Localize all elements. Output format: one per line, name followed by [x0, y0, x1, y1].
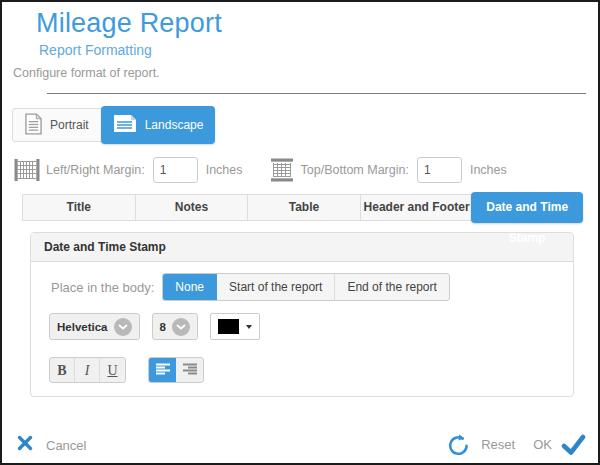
ok-label[interactable]: OK: [533, 437, 552, 452]
portrait-button[interactable]: Portrait: [13, 109, 101, 141]
tab-date-and-time-stamp[interactable]: Date and Time Stamp: [471, 192, 583, 223]
underline-button[interactable]: U: [100, 358, 125, 382]
left-right-margin-label: Left/Right Margin:: [46, 163, 145, 177]
tab-title[interactable]: Title: [23, 195, 136, 220]
font-settings-row: Helvetica 8: [49, 313, 573, 340]
report-formatting-dialog: { "header": { "title": "Mileage Report",…: [0, 0, 600, 465]
margins-row: Left/Right Margin: Inches Top/Bottom Mar…: [14, 155, 507, 185]
section-tabbar: Title Notes Table Header and Footer Date…: [22, 194, 582, 221]
text-style-row: B I U: [49, 357, 573, 383]
reset-label[interactable]: Reset: [481, 437, 515, 452]
cancel-label: Cancel: [46, 438, 86, 453]
tab-notes[interactable]: Notes: [136, 195, 249, 220]
align-left-button[interactable]: [149, 358, 176, 382]
top-bottom-margin-label: Top/Bottom Margin:: [301, 163, 409, 177]
font-color-dropdown[interactable]: [210, 313, 260, 340]
option-start-of-report[interactable]: Start of the report: [217, 274, 335, 300]
page-subtitle: Report Formatting: [39, 42, 152, 58]
orientation-toggle: Portrait Landscape: [12, 108, 215, 142]
font-size-dropdown[interactable]: 8: [152, 313, 198, 340]
font-size-value: 8: [160, 321, 166, 333]
align-right-icon: [182, 361, 198, 379]
top-bottom-margin-icon: [269, 158, 295, 182]
footer-actions: Reset OK: [445, 431, 586, 458]
reset-button[interactable]: [445, 431, 472, 458]
check-icon: [561, 434, 586, 456]
cancel-button[interactable]: Cancel: [17, 435, 86, 455]
portrait-label: Portrait: [50, 118, 89, 132]
place-in-body-options: None Start of the report End of the repo…: [162, 273, 449, 301]
option-end-of-report[interactable]: End of the report: [335, 274, 448, 300]
tab-table[interactable]: Table: [248, 195, 361, 220]
chevron-down-icon: [114, 318, 132, 336]
color-swatch: [218, 319, 239, 334]
italic-button[interactable]: I: [75, 358, 100, 382]
landscape-document-icon: [113, 114, 137, 136]
alignment-group: [148, 357, 204, 383]
font-family-dropdown[interactable]: Helvetica: [49, 313, 140, 340]
portrait-document-icon: [25, 113, 42, 138]
top-bottom-margin-input[interactable]: [417, 157, 462, 183]
landscape-button[interactable]: Landscape: [101, 106, 216, 144]
chevron-down-icon: [172, 318, 190, 336]
align-left-icon: [155, 361, 171, 379]
tab-header-and-footer[interactable]: Header and Footer: [361, 195, 474, 220]
left-right-margin-icon: [14, 158, 40, 182]
place-in-body-label: Place in the body:: [51, 280, 154, 295]
left-right-margin-unit: Inches: [206, 163, 243, 177]
date-time-stamp-panel: Date and Time Stamp Place in the body: N…: [30, 232, 574, 397]
x-icon: [17, 435, 33, 455]
text-style-group: B I U: [49, 357, 126, 383]
header-divider: [47, 93, 586, 94]
ok-button[interactable]: [561, 434, 586, 456]
place-in-body-row: Place in the body: None Start of the rep…: [51, 273, 573, 301]
circular-arrow-icon: [445, 431, 472, 458]
align-right-button[interactable]: [176, 358, 203, 382]
landscape-label: Landscape: [145, 118, 204, 132]
option-none[interactable]: None: [163, 274, 217, 300]
top-bottom-margin-unit: Inches: [470, 163, 507, 177]
font-family-value: Helvetica: [57, 321, 108, 333]
left-right-margin-input[interactable]: [153, 157, 198, 183]
page-description: Configure format of report.: [13, 66, 160, 80]
bold-button[interactable]: B: [50, 358, 75, 382]
page-title: Mileage Report: [36, 8, 222, 39]
caret-down-icon: [246, 325, 252, 329]
panel-header: Date and Time Stamp: [31, 233, 573, 262]
